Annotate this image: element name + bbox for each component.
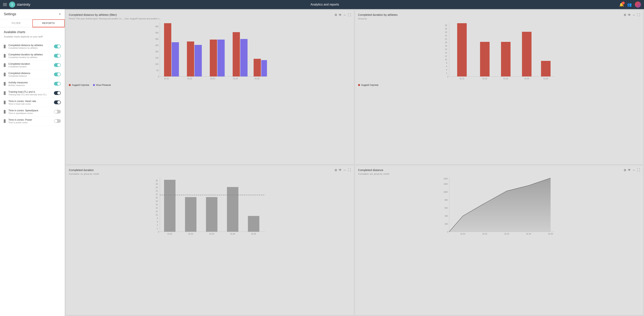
hide-icon-2[interactable]: 👁 — [628, 13, 631, 17]
notifications-icon[interactable]: 🔔 6 — [619, 2, 624, 7]
logo: S staminity — [9, 1, 30, 7]
chart-item-training-load: ▊Training load (TL) and ILTraining load … — [4, 88, 61, 98]
chart-dist-athletes-legend: Андрей Сергеев Илья Рязанов — [69, 84, 351, 86]
toggle-heart-rate[interactable] — [54, 100, 61, 104]
svg-text:14: 14 — [445, 52, 447, 54]
chart-distance-svg: 0 200 400 600 800 1000 1200 1400 — [358, 176, 640, 234]
legend-label-1: Андрей Сергеев — [72, 84, 89, 86]
chart-item-duration: ▊Completed durationCompleted duration — [4, 60, 61, 70]
chart-item-label-secondary: Completed duration by athletes — [8, 56, 52, 58]
tab-reports[interactable]: REPORTS — [32, 19, 65, 27]
expand-h-icon-3[interactable]: ↔ — [343, 168, 346, 172]
toggle-dur-athletes[interactable] — [54, 54, 61, 58]
chart-dur-athletes-header: Completed duration by athletes ⚙ 👁 ↔ ⛶ — [358, 13, 640, 17]
users-icon[interactable]: 👥 — [627, 2, 632, 7]
svg-rect-13 — [187, 41, 194, 76]
hide-icon-3[interactable]: 👁 — [339, 168, 342, 172]
chart-duration-svg: 0 2 4 6 8 10 12 14 16 18 20 22 24 26 28 … — [69, 176, 351, 234]
chart-dist-athletes-svg: 0 50 100 150 200 250 300 350 400 — [69, 21, 351, 78]
svg-text:10: 10 — [445, 59, 447, 61]
hide-icon-4[interactable]: 👁 — [628, 168, 631, 172]
svg-rect-14 — [194, 45, 202, 76]
chart-distance-title: Completed distance — [358, 168, 384, 171]
chart-item-dur-athletes: ▊Completed duration by athletesCompleted… — [4, 51, 61, 60]
chart-items-list: ▊Completed distance by athletesCompleted… — [4, 42, 61, 126]
notification-badge: 6 — [622, 1, 625, 4]
svg-text:1200: 1200 — [443, 183, 448, 185]
fullscreen-icon-3[interactable]: ⛶ — [348, 168, 351, 172]
topnav-left: S staminity — [3, 1, 30, 7]
settings-icon[interactable]: ⚙ — [334, 13, 337, 17]
settings-icon-2[interactable]: ⚙ — [624, 13, 626, 17]
legend-dot-dur-1 — [358, 84, 360, 86]
chart-item-heart-rate: ▊Time in zones: Heart rateTime in heart … — [4, 98, 61, 107]
chart-dur-athletes-svg: 0 2 4 6 8 10 12 14 16 18 20 22 24 26 28 … — [358, 21, 640, 78]
legend-item-2: Илья Рязанов — [93, 84, 111, 86]
toggle-activity[interactable] — [54, 82, 61, 86]
svg-text:01.05: 01.05 — [548, 233, 553, 235]
chart-dur-athletes-subtitle: Group by: — [358, 17, 640, 20]
svg-text:100: 100 — [155, 63, 158, 65]
chart-dist-athletes-area: 0 50 100 150 200 250 300 350 400 — [69, 21, 351, 82]
sidebar: Settings × FILTER REPORTS Available char… — [0, 9, 65, 316]
fullscreen-icon-2[interactable]: ⛶ — [637, 13, 640, 17]
close-button[interactable]: × — [59, 12, 61, 16]
chart-dur-athletes-title: Completed duration by athletes — [358, 13, 398, 16]
toggle-training-load[interactable] — [54, 91, 61, 95]
svg-text:24: 24 — [156, 190, 158, 192]
chart-item-activity: ▊Activity measuresActivity measures — [4, 79, 61, 88]
settings-icon-4[interactable]: ⚙ — [624, 168, 626, 172]
chart-duration-header: Completed duration ⚙ 👁 ↔ ⛶ — [69, 168, 351, 172]
toggle-distance[interactable] — [54, 72, 61, 76]
chart-item-label-primary: Completed distance — [8, 72, 52, 75]
chart-dist-athletes-subtitle: Period: This year, Activity types: Runni… — [69, 17, 351, 20]
svg-rect-46 — [501, 42, 510, 76]
svg-rect-76 — [227, 187, 238, 232]
chart-dur-athletes-actions: ⚙ 👁 ↔ ⛶ — [624, 13, 640, 17]
logo-icon: S — [9, 1, 15, 7]
avatar[interactable] — [635, 1, 641, 7]
svg-text:200: 200 — [155, 51, 158, 53]
content-area: Completed distance by athletes (filter) … — [65, 9, 644, 316]
fullscreen-icon-4[interactable]: ⛶ — [637, 168, 640, 172]
svg-rect-12 — [172, 42, 179, 76]
chart-item-label-secondary: Completed distance — [8, 75, 52, 77]
expand-h-icon-2[interactable]: ↔ — [632, 13, 636, 17]
section-title: Available charts — [4, 30, 61, 34]
svg-text:01.03: 01.03 — [504, 233, 509, 235]
svg-text:1400: 1400 — [443, 178, 448, 180]
toggle-duration[interactable] — [54, 63, 61, 67]
chart-item-distance: ▊Completed distanceCompleted distance — [4, 70, 61, 79]
svg-text:01.02: 01.02 — [187, 78, 192, 80]
fullscreen-icon[interactable]: ⛶ — [348, 13, 351, 17]
svg-text:16: 16 — [156, 204, 158, 206]
tab-filter[interactable]: FILTER — [0, 19, 32, 27]
chart-item-label-secondary: Time in heart rate zones — [8, 103, 52, 105]
svg-text:01.01: 01.01 — [164, 78, 169, 80]
expand-h-icon-4[interactable]: ↔ — [632, 168, 636, 172]
chart-duration-actions: ⚙ 👁 ↔ ⛶ — [334, 168, 351, 172]
svg-text:18: 18 — [156, 200, 158, 202]
chart-item-label-primary: Completed distance by athletes — [8, 44, 52, 47]
svg-rect-75 — [206, 197, 218, 232]
toggle-speed-pace[interactable] — [54, 110, 61, 114]
toggle-dist-athletes[interactable] — [54, 44, 61, 48]
chart-duration-subtitle: Cumulative: no, group by: month — [69, 173, 351, 175]
chart-bar-icon: ▊ — [4, 73, 6, 76]
expand-h-icon[interactable]: ↔ — [343, 13, 346, 17]
sidebar-content: Available charts Available charts depend… — [0, 27, 64, 316]
svg-text:01.05: 01.05 — [543, 78, 548, 80]
svg-rect-18 — [240, 39, 248, 76]
chart-bar-icon: ▊ — [4, 101, 6, 104]
topnav-right: 🔔 6 👥 — [619, 1, 641, 7]
toggle-power[interactable] — [54, 119, 61, 123]
hide-icon[interactable]: 👁 — [339, 13, 342, 17]
svg-text:01.04: 01.04 — [233, 78, 238, 80]
chart-distance-subtitle: Cumulative: yes, group by: month — [358, 173, 640, 175]
hamburger-menu[interactable] — [3, 3, 7, 6]
svg-text:20: 20 — [156, 197, 158, 199]
svg-text:12: 12 — [445, 55, 447, 57]
settings-icon-3[interactable]: ⚙ — [334, 168, 337, 172]
svg-text:8: 8 — [446, 62, 447, 64]
chart-bar-icon: ▊ — [4, 54, 6, 58]
